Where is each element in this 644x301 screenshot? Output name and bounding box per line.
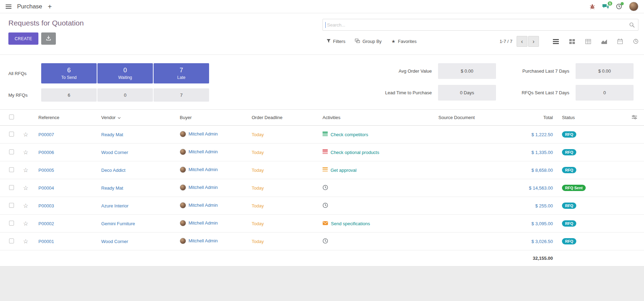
vendor-link[interactable]: Deco Addict	[101, 168, 125, 173]
metric-label: Lead Time to Purchase	[362, 90, 432, 95]
select-all-checkbox[interactable]	[9, 115, 14, 119]
app-name[interactable]: Purchase	[17, 3, 42, 10]
header-buyer[interactable]: Buyer	[177, 110, 249, 126]
buyer-avatar	[180, 167, 186, 173]
header-status[interactable]: Status	[559, 110, 612, 126]
buyer-link[interactable]: Mitchell Admin	[188, 131, 218, 137]
my-rfqs-label: My RFQs	[8, 93, 41, 98]
search-input[interactable]	[323, 22, 638, 28]
buyer-link[interactable]: Mitchell Admin	[188, 238, 218, 243]
favorite-star-icon[interactable]: ☆	[23, 167, 28, 174]
header-activities[interactable]: Activities	[320, 110, 436, 126]
dashboard-tile-my-0[interactable]: 6	[41, 88, 97, 102]
export-button[interactable]	[41, 32, 56, 45]
activity-cell[interactable]: Send specifications	[323, 221, 370, 226]
activity-cell[interactable]	[323, 185, 331, 191]
activity-cell[interactable]: Check optional products	[323, 149, 379, 155]
kanban-view-icon[interactable]	[569, 39, 575, 44]
header-reference[interactable]: Reference	[36, 110, 98, 126]
favorite-star-icon[interactable]: ☆	[23, 203, 28, 209]
row-checkbox[interactable]	[9, 185, 14, 190]
status-badge: RFQ	[562, 131, 576, 138]
buyer-avatar	[180, 238, 186, 244]
row-checkbox[interactable]	[9, 238, 14, 243]
group-by-button[interactable]: Group By	[355, 39, 382, 44]
favorite-star-icon[interactable]: ☆	[23, 131, 28, 138]
status-badge: RFQ Sent	[562, 185, 586, 191]
reference-link[interactable]: P00003	[38, 203, 54, 208]
reference-link[interactable]: P00005	[38, 168, 54, 173]
buyer-link[interactable]: Mitchell Admin	[188, 149, 218, 154]
dashboard-tile-to-send[interactable]: 6To Send	[41, 63, 97, 83]
activity-cell[interactable]: Check competitors	[323, 132, 368, 137]
header-source-document[interactable]: Source Document	[436, 110, 500, 126]
create-button[interactable]: CREATE	[8, 32, 38, 45]
activity-label: Check optional products	[331, 150, 379, 155]
header-vendor[interactable]: Vendor	[98, 110, 177, 126]
row-checkbox[interactable]	[9, 149, 14, 154]
reference-link[interactable]: P00006	[38, 150, 54, 155]
favorite-star-icon[interactable]: ☆	[23, 238, 28, 245]
vendor-link[interactable]: Wood Corner	[101, 239, 128, 244]
vendor-link[interactable]: Ready Mat	[101, 132, 123, 137]
buyer-link[interactable]: Mitchell Admin	[188, 185, 218, 190]
activity-cell[interactable]	[323, 203, 331, 209]
row-checkbox[interactable]	[9, 221, 14, 226]
dashboard-tile-waiting[interactable]: 0Waiting	[97, 63, 153, 83]
header-order-deadline[interactable]: Order Deadline	[249, 110, 320, 126]
table-row[interactable]: ☆ P00006 Wood Corner Mitchell Admin Toda…	[0, 144, 644, 161]
search-icon[interactable]	[629, 22, 635, 29]
table-row[interactable]: ☆ P00002 Gemini Furniture Mitchell Admin…	[0, 215, 644, 233]
pager-previous-button[interactable]: ‹	[517, 36, 527, 47]
order-deadline: Today	[252, 132, 264, 137]
filters-button[interactable]: Filters	[327, 39, 345, 44]
reference-link[interactable]: P00004	[38, 185, 54, 191]
buyer-avatar	[180, 220, 186, 226]
reference-link[interactable]: P00002	[38, 221, 54, 226]
table-row[interactable]: ☆ P00001 Wood Corner Mitchell Admin Toda…	[0, 233, 644, 250]
table-row[interactable]: ☆ P00007 Ready Mat Mitchell Admin Today …	[0, 126, 644, 144]
optional-columns-icon[interactable]	[632, 115, 637, 120]
pager-next-button[interactable]: ›	[528, 36, 539, 47]
calendar-view-icon[interactable]	[617, 39, 623, 44]
activity-cell[interactable]: Get approval	[323, 167, 356, 173]
table-row[interactable]: ☆ P00005 Deco Addict Mitchell Admin Toda…	[0, 161, 644, 179]
metric-label: Avg Order Value	[362, 68, 432, 74]
favorite-star-icon[interactable]: ☆	[23, 220, 28, 227]
row-checkbox[interactable]	[9, 132, 14, 137]
new-tab-plus-icon[interactable]: +	[48, 3, 52, 10]
debug-bug-icon[interactable]	[590, 4, 595, 9]
messages-icon[interactable]: 5	[602, 4, 609, 9]
order-deadline: Today	[252, 168, 264, 173]
list-view-icon[interactable]	[553, 39, 559, 44]
table-row[interactable]: ☆ P00003 Azure Interior Mitchell Admin T…	[0, 197, 644, 215]
dashboard-tile-late[interactable]: 7Late	[154, 63, 209, 83]
activity-cell[interactable]	[323, 238, 331, 245]
row-checkbox[interactable]	[9, 167, 14, 172]
all-rfqs-label: All RFQs	[8, 71, 41, 76]
buyer-link[interactable]: Mitchell Admin	[188, 220, 218, 226]
vendor-link[interactable]: Gemini Furniture	[101, 221, 135, 226]
activity-view-icon[interactable]	[633, 39, 638, 44]
favorite-star-icon[interactable]: ☆	[23, 149, 28, 156]
buyer-link[interactable]: Mitchell Admin	[188, 203, 218, 208]
reference-link[interactable]: P00007	[38, 132, 54, 137]
vendor-link[interactable]: Ready Mat	[101, 185, 123, 191]
graph-view-icon[interactable]	[601, 39, 607, 44]
activities-clock-icon[interactable]	[616, 3, 622, 9]
favorites-button[interactable]: ★ Favorites	[391, 39, 416, 44]
dashboard-tile-my-2[interactable]: 7	[154, 88, 209, 102]
dashboard-tile-my-1[interactable]: 0	[97, 88, 153, 102]
vendor-link[interactable]: Azure Interior	[101, 203, 128, 208]
user-avatar[interactable]	[629, 2, 638, 11]
reference-link[interactable]: P00001	[38, 239, 54, 244]
pivot-view-icon[interactable]	[585, 39, 591, 44]
apps-menu-icon[interactable]	[6, 5, 12, 9]
row-checkbox[interactable]	[9, 203, 14, 208]
favorite-star-icon[interactable]: ☆	[23, 185, 28, 191]
status-badge: RFQ	[562, 149, 576, 155]
table-row[interactable]: ☆ P00004 Ready Mat Mitchell Admin Today …	[0, 179, 644, 197]
header-total[interactable]: Total	[500, 110, 559, 126]
buyer-link[interactable]: Mitchell Admin	[188, 167, 218, 172]
vendor-link[interactable]: Wood Corner	[101, 150, 128, 155]
